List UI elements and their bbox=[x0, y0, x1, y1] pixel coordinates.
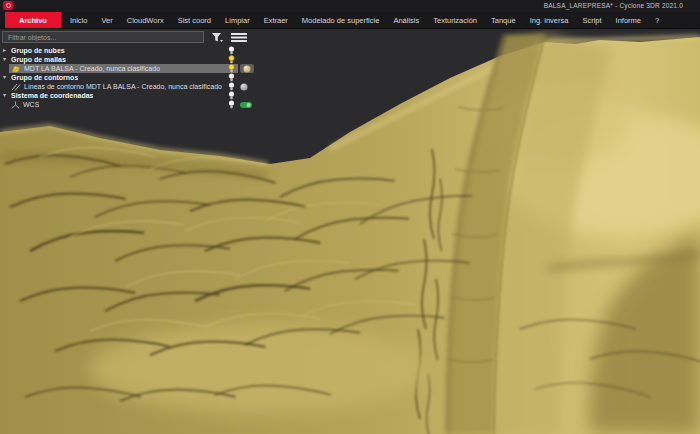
menu-ing-inversa[interactable]: Ing. inversa bbox=[525, 12, 574, 28]
tree-row-l-neas-de-contorno-mdt-la-bals[interactable]: Líneas de contorno MDT LA BALSA - Creado… bbox=[0, 82, 258, 91]
material-sphere-icon bbox=[240, 83, 248, 91]
app-logo-icon[interactable] bbox=[3, 1, 13, 10]
tree-row-body[interactable]: Grupo de contornos bbox=[9, 73, 238, 82]
title-bar: BALSA_LAREPRESA* - Cyclone 3DR 2021.0 bbox=[0, 0, 700, 12]
tree-item-label: WCS bbox=[23, 100, 39, 109]
tree-row-grupo-de-nubes[interactable]: ▸Grupo de nubes bbox=[0, 46, 258, 55]
menu-icon[interactable] bbox=[231, 32, 247, 43]
toggle-on-icon bbox=[240, 102, 252, 108]
menu-informe[interactable]: Informe bbox=[611, 12, 646, 28]
tree-row-grupo-de-contornos[interactable]: ▾Grupo de contornos bbox=[0, 73, 258, 82]
visibility-bulb-icon[interactable] bbox=[228, 64, 235, 73]
tree-row-mdt-la-balsa-creado-nunca-clas[interactable]: MDT LA BALSA - Creado, nunca clasificado bbox=[0, 64, 258, 73]
mesh-icon bbox=[11, 65, 21, 73]
window-title: BALSA_LAREPRESA* - Cyclone 3DR 2021.0 bbox=[544, 2, 683, 9]
menu-cloudworx[interactable]: CloudWorx bbox=[122, 12, 169, 28]
axis-icon bbox=[11, 101, 20, 109]
menu-modelado-de-superficie[interactable]: Modelado de superficie bbox=[297, 12, 385, 28]
expand-arrow[interactable]: ▾ bbox=[0, 73, 9, 82]
application-window: BALSA_LAREPRESA* - Cyclone 3DR 2021.0 Ar… bbox=[0, 0, 700, 434]
expand-arrow[interactable]: ▾ bbox=[0, 55, 9, 64]
tree-item-label: Grupo de mallas bbox=[11, 55, 66, 64]
sphere-gray-control[interactable] bbox=[238, 83, 258, 91]
expand-arrow[interactable]: ▾ bbox=[0, 91, 9, 100]
object-tree: ▸Grupo de nubes▾Grupo de mallasMDT LA BA… bbox=[0, 46, 258, 109]
menu-ver[interactable]: Ver bbox=[96, 12, 117, 28]
tree-row-grupo-de-mallas[interactable]: ▾Grupo de mallas bbox=[0, 55, 258, 64]
tree-row-body[interactable]: MDT LA BALSA - Creado, nunca clasificado bbox=[9, 64, 238, 73]
sphere-tan-control[interactable] bbox=[238, 64, 258, 73]
tree-row-body[interactable]: Líneas de contorno MDT LA BALSA - Creado… bbox=[9, 82, 238, 91]
expand-arrow[interactable]: ▸ bbox=[0, 46, 9, 55]
visibility-bulb-icon[interactable] bbox=[228, 82, 235, 91]
tree-item-label: Grupo de nubes bbox=[11, 46, 65, 55]
filter-objects-input[interactable] bbox=[2, 31, 204, 43]
filter-icon[interactable] bbox=[211, 32, 224, 43]
menu-archivo[interactable]: Archivo bbox=[5, 12, 61, 28]
visibility-bulb-icon[interactable] bbox=[228, 73, 235, 82]
menu-limpiar[interactable]: Limpiar bbox=[220, 12, 255, 28]
filter-toolbar bbox=[0, 30, 258, 44]
tree-row-body[interactable]: WCS bbox=[9, 100, 238, 109]
tree-row-sistema-de-coordenadas[interactable]: ▾Sistema de coordenadas bbox=[0, 91, 258, 100]
object-explorer-panel: ▸Grupo de nubes▾Grupo de mallasMDT LA BA… bbox=[0, 30, 258, 109]
visibility-bulb-icon[interactable] bbox=[228, 55, 235, 64]
menu-extraer[interactable]: Extraer bbox=[259, 12, 293, 28]
menu-script[interactable]: Script bbox=[577, 12, 606, 28]
tree-item-label: Sistema de coordenadas bbox=[11, 91, 93, 100]
menu-[interactable]: ? bbox=[650, 12, 664, 28]
visibility-bulb-icon[interactable] bbox=[228, 46, 235, 55]
menu-sist-coord[interactable]: Sist coord bbox=[173, 12, 216, 28]
toggle-green-control[interactable] bbox=[238, 102, 258, 108]
visibility-bulb-icon[interactable] bbox=[228, 100, 235, 109]
menu-texturizaci-n[interactable]: Texturización bbox=[428, 12, 482, 28]
visibility-bulb-icon[interactable] bbox=[228, 91, 235, 100]
menu-an-lisis[interactable]: Análisis bbox=[388, 12, 424, 28]
contour-icon bbox=[11, 83, 21, 91]
tree-item-label: MDT LA BALSA - Creado, nunca clasificado bbox=[24, 64, 160, 73]
tree-row-body[interactable]: Sistema de coordenadas bbox=[9, 91, 238, 100]
tree-item-label: Líneas de contorno MDT LA BALSA - Creado… bbox=[24, 82, 222, 91]
menu-bar: ArchivoInicioVerCloudWorxSist coordLimpi… bbox=[0, 12, 700, 29]
menu-inicio[interactable]: Inicio bbox=[65, 12, 93, 28]
tree-row-wcs[interactable]: WCS bbox=[0, 100, 258, 109]
tree-row-body[interactable]: Grupo de nubes bbox=[9, 46, 238, 55]
menu-tanque[interactable]: Tanque bbox=[486, 12, 521, 28]
material-sphere-button[interactable] bbox=[240, 64, 254, 73]
tree-row-body[interactable]: Grupo de mallas bbox=[9, 55, 238, 64]
tree-item-label: Grupo de contornos bbox=[11, 73, 78, 82]
